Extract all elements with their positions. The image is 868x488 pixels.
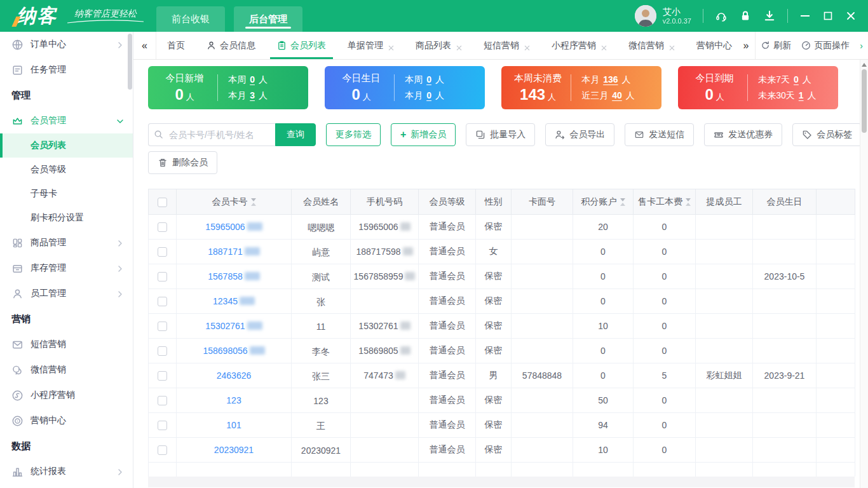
card-number-link[interactable]: 20230921 [214,445,254,455]
sidebar-item-parent-child-card[interactable]: 子母卡 [0,182,133,206]
stat-sub-value[interactable]: 1 [799,90,804,100]
card-number-link[interactable]: 2463626 [217,370,252,381]
row-checkbox[interactable] [158,322,167,331]
row-checkbox[interactable] [158,247,167,257]
row-checkbox[interactable] [158,346,167,356]
row-checkbox[interactable] [158,297,167,306]
page-tab-goods-list[interactable]: 商品列表 [405,32,473,59]
sidebar-item-marketing-center[interactable]: 营销中心 [0,408,133,433]
sidebar-item-task-management[interactable]: 任务管理 [0,57,133,83]
row-checkbox[interactable] [158,396,167,405]
batch-import-button[interactable]: 批量导入 [466,123,535,146]
card-number-link[interactable]: 158698056 [203,346,247,356]
page-tab-wechat-marketing[interactable]: 微信营销 [618,32,686,59]
page-tab-member-list[interactable]: 会员列表 [266,32,337,59]
cell-commission-staff [696,289,753,314]
sidebar-item-wechat-marketing[interactable]: 微信营销 [0,357,133,383]
close-button[interactable] [845,10,857,22]
stat-sub-value[interactable]: 0 [426,90,431,100]
sidebar-item-sms-marketing[interactable]: 短信营销 [0,332,133,357]
card-number-link[interactable]: 15302761 [205,321,245,331]
sidebar-item-goods-management[interactable]: 商品管理 [0,230,133,255]
cell-birthday: 2023-10-5 [753,264,817,289]
card-number-link[interactable]: 123 [226,395,241,405]
column-header: 卡面号 [512,189,573,215]
member-export-button[interactable]: 会员导出 [545,123,614,146]
close-tab-icon[interactable] [456,43,462,48]
sidebar-item-data-analysis[interactable]: 数据分析 [0,484,133,488]
select-all-checkbox[interactable] [158,198,167,207]
row-checkbox[interactable] [158,371,167,381]
sidebar-item-order-center[interactable]: 订单中心 [0,32,133,57]
vertical-scrollbar[interactable] [860,60,868,488]
stat-card-birthday-today: 今日生日 0人 本周0人 本月0人 [325,66,485,109]
download-icon[interactable] [763,10,776,22]
sidebar-scrollbar-thumb[interactable] [128,34,132,90]
sidebar-item-member-level[interactable]: 会员等级 [0,158,133,182]
send-sms-button[interactable]: 发送短信 [625,123,694,146]
search-input[interactable] [148,123,275,146]
close-tab-icon[interactable] [669,43,675,48]
stat-sub-value[interactable]: 40 [612,90,622,100]
page-tab-receipt-management[interactable]: 单据管理 [337,32,405,59]
tab-front-cashier[interactable]: 前台收银 [156,6,225,32]
column-header[interactable]: 会员卡号 [177,189,292,215]
sort-carets-icon[interactable] [620,198,625,206]
row-checkbox[interactable] [158,222,167,232]
select-all-header[interactable] [149,189,177,215]
send-coupon-button[interactable]: 发送优惠券 [704,123,782,146]
card-number-link[interactable]: 101 [226,420,241,430]
stat-sub-value[interactable]: 136 [603,74,618,85]
row-checkbox[interactable] [158,272,167,281]
more-filter-button[interactable]: 更多筛选 [326,123,381,146]
minimize-button[interactable] [799,10,811,22]
more-actions-chevron[interactable]: › [860,41,863,51]
sidebar-item-inventory-management[interactable]: 库存管理 [0,255,133,281]
sidebar-item-member-management[interactable]: 会员管理 [0,108,133,133]
column-header[interactable]: 售卡工本费 [634,189,696,215]
page-tab-home[interactable]: 首页 [156,32,196,59]
sidebar-item-card-points-settings[interactable]: 刷卡积分设置 [0,206,133,230]
card-number-link[interactable]: 12345 [213,296,238,306]
cell-card-number: 15965006 [177,215,292,240]
card-number-link[interactable]: 1887171 [208,247,243,257]
close-tab-icon[interactable] [601,43,607,48]
stat-sub-value[interactable]: 0 [426,74,431,85]
stat-sub-value[interactable]: 3 [250,90,255,100]
avatar[interactable] [635,5,656,27]
close-tab-icon[interactable] [388,43,394,48]
row-checkbox[interactable] [158,421,167,430]
page-operations-button[interactable]: 页面操作 [801,40,850,51]
sidebar-item-miniprogram-marketing[interactable]: 小程序营销 [0,383,133,408]
search-button[interactable]: 查询 [275,123,316,146]
expand-tabs-button[interactable]: » [736,32,755,59]
maximize-button[interactable] [822,10,834,22]
page-tab-sms-marketing[interactable]: 短信营销 [473,32,541,59]
sidebar-item-member-list[interactable]: 会员列表 [0,133,133,158]
card-number-link[interactable]: 1567858 [208,271,243,281]
member-tag-button[interactable]: 会员标签 [792,123,862,146]
sort-carets-icon[interactable] [251,198,256,206]
page-tab-miniprogram-marketing[interactable]: 小程序营销 [541,32,618,59]
refresh-button[interactable]: 刷新 [761,40,791,51]
customer-service-icon[interactable] [715,10,728,22]
horizontal-scrollbar[interactable] [148,477,855,487]
vertical-scrollbar-thumb[interactable] [862,69,867,133]
close-tab-icon[interactable] [524,43,530,48]
lock-icon[interactable] [739,10,752,22]
stat-sub-value[interactable]: 0 [794,74,799,85]
delete-member-button[interactable]: 删除会员 [148,151,217,174]
stat-sub-value[interactable]: 0 [250,74,255,85]
sidebar-item-statistics-report[interactable]: 统计报表 [0,459,133,484]
add-member-button[interactable]: + 新增会员 [391,123,456,146]
card-number-link[interactable]: 15965006 [205,222,245,232]
row-checkbox[interactable] [158,445,167,455]
page-tab-member-info[interactable]: 会员信息 [196,32,266,59]
column-header[interactable]: 积分账户 [573,189,634,215]
page-tab-marketing-center[interactable]: 营销中心 [686,32,736,59]
tab-backoffice[interactable]: 后台管理 [234,6,302,32]
scroll-up-arrow-icon[interactable] [862,63,867,67]
collapse-tabs-button[interactable]: « [133,32,156,59]
sort-carets-icon[interactable] [686,198,691,206]
sidebar-item-staff-management[interactable]: 员工管理 [0,281,133,306]
